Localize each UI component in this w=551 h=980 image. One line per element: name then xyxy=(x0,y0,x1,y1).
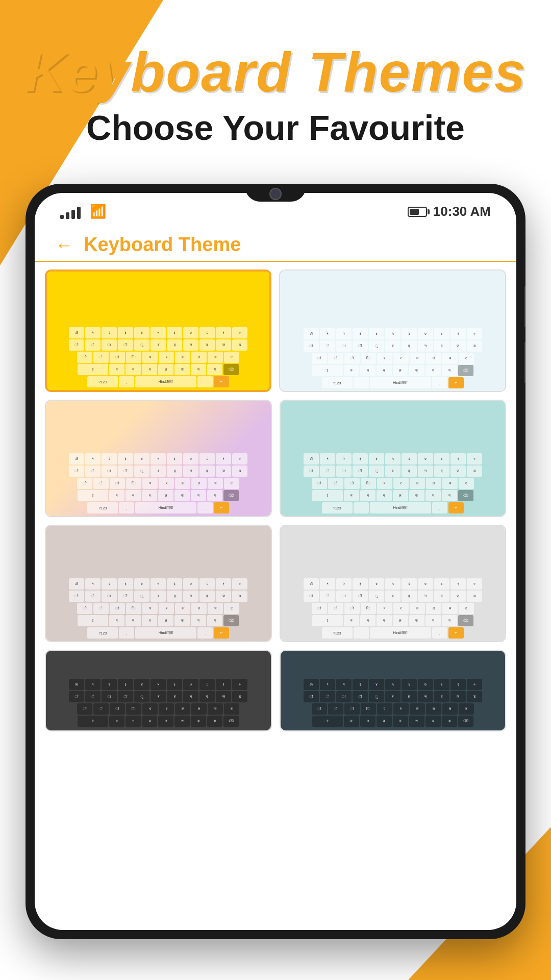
key: ी xyxy=(353,465,368,477)
key: ५ xyxy=(385,328,400,339)
key: २ xyxy=(102,453,117,464)
key-space: Hindi/हिंदी xyxy=(370,627,431,639)
key: ु xyxy=(134,691,149,702)
key-shift: ⇧ xyxy=(78,716,108,727)
key: य xyxy=(442,615,457,626)
key: द xyxy=(199,339,215,351)
keyboard-preview-brown: ॐ १ २ ३ ४ ५ ६ ७ ८ ९ ० xyxy=(46,526,271,641)
key: त xyxy=(191,352,207,363)
key: ० xyxy=(232,453,247,464)
key: च xyxy=(208,352,223,363)
key: प xyxy=(377,353,392,364)
key: ६ xyxy=(402,453,417,464)
theme-card-silver[interactable]: ॐ १ २ ३ ४ ५ ६ ७ ८ ९ ० xyxy=(280,525,507,642)
key: म xyxy=(109,716,124,727)
key: य xyxy=(207,364,222,375)
key: ु xyxy=(134,465,149,477)
key-comma: , xyxy=(119,376,134,387)
key: ड xyxy=(467,340,482,352)
key-period: . xyxy=(197,502,213,513)
key: ज xyxy=(216,591,231,602)
keyboard-preview-silver: ॐ १ २ ३ ४ ५ ६ ७ ८ ९ ० xyxy=(281,526,506,641)
key: प xyxy=(377,703,392,715)
key: ल xyxy=(393,615,408,626)
key: ल xyxy=(158,716,173,727)
key: ह xyxy=(167,339,182,351)
key: क xyxy=(410,703,425,715)
theme-card-brown[interactable]: ॐ १ २ ३ ४ ५ ६ ७ ८ ९ ० xyxy=(45,525,272,642)
key: ज xyxy=(450,465,466,477)
key: त xyxy=(426,603,441,614)
key: ल xyxy=(393,716,408,727)
key: ५ xyxy=(385,679,400,690)
key-period: . xyxy=(197,376,213,387)
key: व xyxy=(142,364,157,375)
key: ी xyxy=(353,691,368,702)
key: प xyxy=(142,352,158,363)
key: ु xyxy=(369,465,384,477)
key: २ xyxy=(336,453,352,464)
status-left: 📶 xyxy=(60,204,106,219)
key: ३ xyxy=(353,578,368,590)
key-shift: ⇧ xyxy=(312,365,343,376)
key: ॐ xyxy=(69,679,84,690)
key: ो xyxy=(312,603,327,614)
key: य xyxy=(442,490,457,501)
key: न xyxy=(360,490,375,501)
key-backspace: ⌫ xyxy=(223,615,239,626)
key: ि xyxy=(126,352,141,363)
key: ॐ xyxy=(304,328,319,339)
key: ट xyxy=(224,478,239,489)
key: ो xyxy=(304,591,319,602)
key: ९ xyxy=(450,328,466,339)
theme-card-teal[interactable]: ॐ १ २ ३ ४ ५ ६ ७ ८ ९ ० xyxy=(280,400,507,517)
key: स xyxy=(174,490,190,501)
key: य xyxy=(191,364,206,375)
key: ॐ xyxy=(304,679,319,690)
key: े xyxy=(93,703,109,715)
key: त xyxy=(191,478,207,489)
key: े xyxy=(320,340,335,352)
theme-row-4: ॐ १ २ ३ ४ ५ ६ ७ ८ ९ ० xyxy=(45,650,506,731)
key: क xyxy=(410,603,425,614)
key: ह xyxy=(402,691,417,702)
key-space: Hindi/हिंदी xyxy=(135,502,196,513)
key: प xyxy=(142,603,158,614)
theme-row-1: ॐ १ २ ३ ४ ५ ६ ७ ८ ९ ० xyxy=(45,270,506,392)
back-button[interactable]: ← xyxy=(55,234,73,256)
theme-card-pastel[interactable]: ॐ १ २ ३ ४ ५ ६ ७ ८ ९ ० xyxy=(45,400,272,517)
key: े xyxy=(85,591,101,602)
theme-card-yellow[interactable]: ॐ १ २ ३ ४ ५ ६ ७ ८ ९ ० xyxy=(45,270,271,392)
key: ज xyxy=(216,465,231,477)
key: ५ xyxy=(385,453,400,464)
key: ९ xyxy=(216,453,231,464)
key: ो xyxy=(344,603,360,614)
keyboard-grid: ॐ १ २ ३ ४ ५ ६ ७ ८ ९ ० xyxy=(35,262,516,917)
key: च xyxy=(208,478,223,489)
key: य xyxy=(442,365,457,376)
key: ु xyxy=(369,591,384,602)
key: ा xyxy=(102,339,117,351)
key-comma: , xyxy=(354,377,369,388)
key: द xyxy=(434,340,449,352)
key: द xyxy=(434,591,449,602)
theme-card-lightblue[interactable]: ॐ १ २ ३ ४ ५ ६ ७ ८ ९ ० xyxy=(279,270,506,392)
key-123: ?123 xyxy=(322,377,353,388)
key: च xyxy=(442,478,458,489)
key: ो xyxy=(77,478,92,489)
key-backspace: ⌫ xyxy=(223,716,239,727)
key-shift: ⇧ xyxy=(78,615,108,626)
key: ६ xyxy=(402,578,417,590)
key: य xyxy=(425,365,441,376)
key: ह xyxy=(167,691,182,702)
key-comma: , xyxy=(119,502,134,513)
theme-card-dark1[interactable]: ॐ १ २ ३ ४ ५ ६ ७ ८ ९ ० xyxy=(45,650,272,731)
key: ९ xyxy=(216,327,231,338)
key: ी xyxy=(353,340,368,352)
theme-card-dark2[interactable]: ॐ १ २ ३ ४ ५ ६ ७ ८ ९ ० xyxy=(280,650,507,731)
key: य xyxy=(425,615,441,626)
key: ह xyxy=(402,465,417,477)
key: ६ xyxy=(402,679,417,690)
key: ा xyxy=(336,591,352,602)
key-123: ?123 xyxy=(322,627,353,639)
